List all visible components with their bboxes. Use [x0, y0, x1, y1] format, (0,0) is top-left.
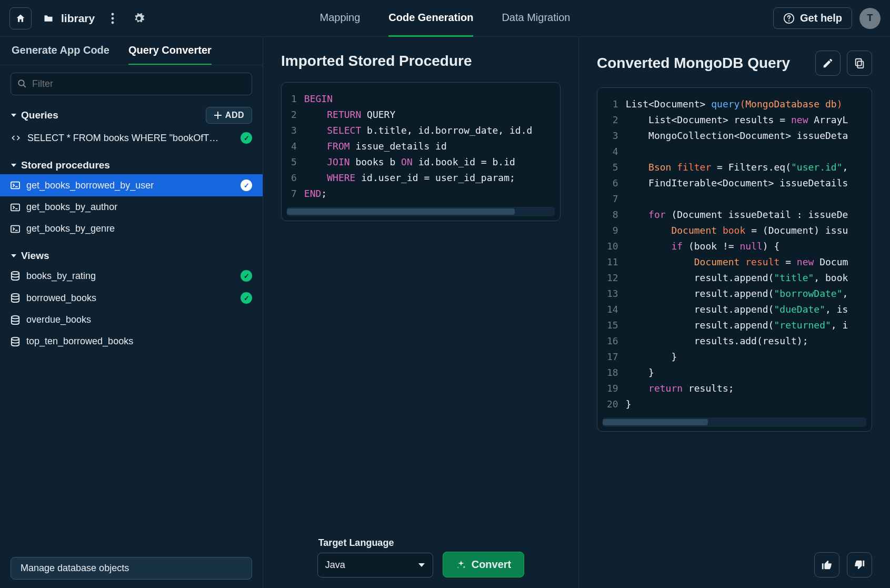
- svg-rect-8: [11, 204, 19, 211]
- svg-rect-7: [11, 182, 19, 189]
- converted-query-title: Converted MongoDB Query: [597, 55, 790, 72]
- plus-icon: [214, 111, 222, 119]
- view-item-label: top_ten_borrowed_books: [26, 336, 133, 347]
- nav-tab-data-migration[interactable]: Data Migration: [502, 0, 570, 37]
- view-item-label: overdue_books: [26, 314, 91, 325]
- sparkle-icon: [456, 560, 466, 570]
- home-button[interactable]: [9, 7, 32, 29]
- database-icon: [11, 293, 20, 303]
- database-icon: [11, 271, 20, 281]
- view-item-label: books_by_rating: [26, 271, 96, 282]
- svg-point-2: [112, 21, 114, 24]
- add-query-button[interactable]: ADD: [206, 107, 252, 124]
- svg-line-6: [23, 85, 26, 87]
- kebab-menu-button[interactable]: [104, 10, 121, 27]
- stored-proc-icon: [11, 225, 20, 233]
- get-help-label: Get help: [800, 12, 842, 24]
- imported-code-box: 1234567 BEGIN RETURN QUERY SELECT b.titl…: [281, 82, 561, 221]
- section-sp-label: Stored procedures: [21, 160, 110, 171]
- svg-point-5: [18, 80, 24, 86]
- gear-icon: [133, 13, 145, 24]
- chevron-down-icon: [11, 162, 17, 168]
- converted-code-box: 1234567891011121314151617181920 List<Doc…: [597, 87, 872, 432]
- section-views-label: Views: [21, 250, 49, 262]
- project-name: library: [61, 12, 95, 25]
- check-icon: ✓: [241, 180, 252, 191]
- section-views-toggle[interactable]: Views: [0, 240, 263, 265]
- svg-point-0: [112, 13, 114, 15]
- database-icon: [11, 337, 20, 346]
- imported-procedure-title: Imported Stored Procedure: [281, 53, 561, 69]
- sp-item-1[interactable]: get_books_by_author: [0, 196, 263, 218]
- thumbs-down-button[interactable]: [847, 552, 872, 577]
- database-icon: [11, 315, 20, 325]
- query-item-0[interactable]: SELECT * FROM books WHERE "bookOfTh... ✓: [0, 127, 263, 149]
- thumbs-down-icon: [854, 559, 865, 571]
- tab-query-converter[interactable]: Query Converter: [128, 44, 212, 65]
- svg-rect-15: [856, 59, 862, 66]
- tab-generate-app-code[interactable]: Generate App Code: [12, 44, 109, 65]
- svg-rect-14: [857, 61, 863, 68]
- check-icon: ✓: [241, 292, 252, 304]
- view-item-3[interactable]: top_ten_borrowed_books: [0, 331, 263, 352]
- pencil-icon: [822, 57, 834, 69]
- dots-vertical-icon: [111, 13, 114, 24]
- svg-point-11: [12, 294, 19, 296]
- stored-proc-icon: [11, 181, 20, 190]
- view-item-1[interactable]: borrowed_books ✓: [0, 287, 263, 309]
- user-avatar[interactable]: T: [859, 8, 881, 29]
- manage-database-objects-button[interactable]: Manage database objects: [11, 557, 252, 580]
- section-queries-label: Queries: [21, 109, 58, 121]
- convert-label: Convert: [472, 559, 512, 571]
- view-item-0[interactable]: books_by_rating ✓: [0, 265, 263, 287]
- home-icon: [15, 13, 26, 24]
- svg-rect-9: [11, 225, 19, 232]
- svg-point-1: [112, 17, 114, 19]
- svg-point-10: [12, 272, 19, 274]
- convert-button[interactable]: Convert: [443, 552, 525, 577]
- horizontal-scrollbar[interactable]: [287, 207, 555, 216]
- filter-input[interactable]: [11, 73, 252, 95]
- view-item-2[interactable]: overdue_books: [0, 309, 263, 331]
- settings-button[interactable]: [131, 10, 147, 27]
- line-gutter: 1234567891011121314151617181920: [597, 96, 626, 412]
- sp-item-label: get_books_by_genre: [26, 223, 115, 234]
- thumbs-up-icon: [821, 559, 833, 571]
- svg-point-12: [12, 315, 19, 318]
- svg-point-4: [788, 20, 789, 21]
- nav-tab-code-generation[interactable]: Code Generation: [388, 0, 473, 37]
- stored-proc-icon: [11, 203, 20, 212]
- copy-icon: [854, 57, 865, 69]
- sp-item-label: get_books_borrowed_by_user: [26, 180, 154, 191]
- sp-item-0[interactable]: get_books_borrowed_by_user ✓: [0, 174, 263, 196]
- chevron-down-icon: [11, 112, 17, 118]
- search-icon: [17, 79, 27, 88]
- target-language-label: Target Language: [317, 537, 433, 549]
- nav-tab-mapping[interactable]: Mapping: [320, 0, 361, 37]
- sp-item-label: get_books_by_author: [26, 202, 117, 213]
- section-stored-procedures-toggle[interactable]: Stored procedures: [0, 149, 263, 174]
- add-label: ADD: [225, 111, 244, 120]
- horizontal-scrollbar[interactable]: [603, 417, 866, 427]
- check-icon: ✓: [241, 132, 252, 144]
- imported-code[interactable]: BEGIN RETURN QUERY SELECT b.title, id.bo…: [304, 91, 560, 202]
- query-item-label: SELECT * FROM books WHERE "bookOfTh...: [27, 133, 222, 144]
- view-item-label: borrowed_books: [26, 293, 96, 304]
- project-breadcrumb[interactable]: library: [42, 12, 95, 25]
- check-icon: ✓: [241, 270, 252, 282]
- folder-icon: [42, 13, 55, 24]
- target-language-value: Java: [325, 560, 345, 571]
- get-help-button[interactable]: Get help: [773, 7, 852, 29]
- chevron-down-icon: [418, 563, 425, 568]
- help-icon: [783, 13, 795, 24]
- section-queries-toggle[interactable]: Queries: [11, 109, 58, 121]
- chevron-down-icon: [11, 253, 17, 259]
- edit-button[interactable]: [815, 51, 841, 76]
- line-gutter: 1234567: [282, 91, 304, 202]
- converted-code[interactable]: List<Document> query(MongoDatabase db) L…: [626, 96, 872, 412]
- sp-item-2[interactable]: get_books_by_genre: [0, 218, 263, 240]
- target-language-select[interactable]: Java: [317, 553, 433, 577]
- copy-button[interactable]: [847, 51, 872, 76]
- thumbs-up-button[interactable]: [814, 552, 839, 577]
- code-icon: [11, 134, 21, 142]
